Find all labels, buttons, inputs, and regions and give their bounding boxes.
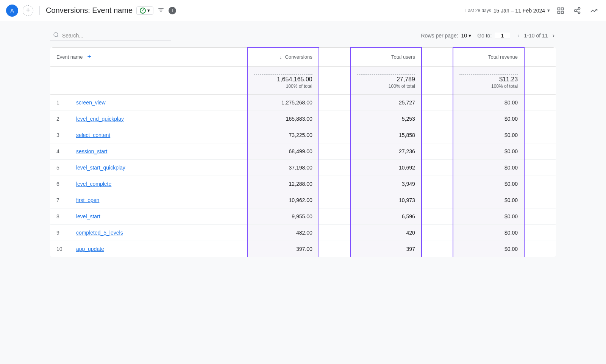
goto-section: Go to: [477, 33, 510, 39]
cell-revenue: $0.00 [453, 241, 524, 257]
cell-conversions: 73,225.00 [248, 127, 319, 143]
event-name-link[interactable]: level_end_quickplay [76, 116, 124, 122]
svg-point-4 [578, 7, 580, 9]
summary-users-pct: 100% of total [357, 84, 415, 89]
rows-per-page-selector[interactable]: 10 ▾ [461, 33, 472, 39]
table-row: 10 app_update 397.00 397 $0.00 [50, 241, 556, 257]
table-row: 7 first_open 10,962.00 10,973 $0.00 [50, 192, 556, 208]
cell-revenue: $0.00 [453, 176, 524, 192]
share-button[interactable] [571, 5, 583, 17]
cell-users: 420 [350, 224, 422, 241]
event-name-link[interactable]: completed_5_levels [76, 230, 123, 236]
svg-point-9 [54, 33, 58, 37]
search-box [50, 30, 171, 41]
rows-per-page-chevron-icon: ▾ [469, 33, 471, 39]
col-event-name-label: Event name [56, 54, 83, 60]
summary-row: 1,654,165.00 100% of total 27,789 100% o… [50, 66, 556, 94]
col-header-event-name: Event name + [56, 53, 210, 61]
cell-conversions: 9,955.00 [248, 208, 319, 224]
summary-conversions-total: 1,654,165.00 [254, 76, 312, 83]
filter-icon[interactable] [157, 7, 165, 14]
row-number: 5 [56, 165, 66, 171]
cell-users: 3,949 [350, 176, 422, 192]
add-button[interactable]: + [23, 5, 33, 16]
add-column-button[interactable]: + [84, 53, 91, 61]
divider [39, 6, 40, 15]
row-number: 10 [56, 246, 66, 252]
cell-conversions: 165,883.00 [248, 110, 319, 127]
event-name-link[interactable]: select_content [76, 132, 110, 138]
table-row: 9 completed_5_levels 482.00 420 $0.00 [50, 224, 556, 241]
date-range-selector[interactable]: Last 28 days 15 Jan – 11 Feb 2024 ▾ [465, 8, 550, 14]
cell-users: 15,858 [350, 127, 422, 143]
cell-revenue: $0.00 [453, 208, 524, 224]
pagination-controls: Rows per page: 10 ▾ Go to: ‹ 1-10 of 11 … [421, 31, 556, 40]
cell-revenue: $0.00 [453, 110, 524, 127]
summary-revenue-total: $11.23 [459, 76, 518, 83]
svg-rect-1 [561, 8, 564, 10]
row-number: 6 [56, 181, 66, 187]
cell-revenue: $0.00 [453, 143, 524, 159]
cell-users: 10,692 [350, 159, 422, 176]
event-name-link[interactable]: session_start [76, 148, 107, 154]
table-row: 8 level_start 9,955.00 6,596 $0.00 [50, 208, 556, 224]
table-row: 5 level_start_quickplay 37,198.00 10,692… [50, 159, 556, 176]
goto-input[interactable] [495, 33, 510, 39]
event-name-link[interactable]: level_complete [76, 181, 111, 187]
rows-per-page-value: 10 [461, 33, 467, 39]
top-bar: A + Conversions: Event name ▾ I Last 28 … [0, 0, 606, 21]
avatar[interactable]: A [6, 5, 18, 17]
top-bar-right: Last 28 days 15 Jan – 11 Feb 2024 ▾ [465, 5, 600, 17]
info-badge[interactable]: I [169, 7, 176, 14]
date-range-label: Last 28 days [465, 8, 491, 13]
rows-per-page-section: Rows per page: 10 ▾ [421, 33, 472, 39]
trend-button[interactable] [588, 5, 600, 17]
row-number: 8 [56, 213, 66, 219]
search-icon [53, 32, 59, 39]
svg-point-6 [578, 12, 580, 14]
col-conversions-label[interactable]: Conversions [285, 54, 312, 60]
next-page-button[interactable]: › [551, 31, 556, 40]
page-info: ‹ 1-10 of 11 › [516, 31, 556, 40]
cell-users: 5,253 [350, 110, 422, 127]
summary-users: 27,789 100% of total [350, 66, 422, 94]
sort-down-icon: ↓ [280, 54, 282, 60]
event-name-link[interactable]: screen_view [76, 100, 106, 106]
data-table: Event name + ↓ Conversions Total users [50, 47, 556, 257]
summary-revenue-pct: 100% of total [459, 84, 518, 89]
title-text: Conversions: Event name [46, 6, 133, 15]
main-content: Rows per page: 10 ▾ Go to: ‹ 1-10 of 11 … [38, 21, 568, 266]
table-row: 6 level_complete 12,288.00 3,949 $0.00 [50, 176, 556, 192]
cell-conversions: 482.00 [248, 224, 319, 241]
chart-button[interactable] [554, 5, 567, 17]
svg-point-5 [575, 9, 576, 11]
cell-conversions: 1,275,268.00 [248, 94, 319, 110]
svg-line-7 [576, 11, 578, 12]
cell-conversions: 37,198.00 [248, 159, 319, 176]
col-header-total-revenue: Total revenue [453, 47, 524, 66]
page-info-text: 1-10 of 11 [524, 33, 548, 39]
search-input[interactable] [62, 33, 161, 39]
status-badge[interactable]: ▾ [136, 6, 153, 15]
prev-page-button[interactable]: ‹ [516, 31, 521, 40]
event-name-link[interactable]: app_update [76, 246, 104, 252]
svg-line-8 [576, 9, 578, 10]
cell-users: 6,596 [350, 208, 422, 224]
event-name-link[interactable]: level_start [76, 213, 100, 219]
cell-users: 25,727 [350, 94, 422, 110]
svg-line-10 [57, 36, 58, 37]
row-number: 9 [56, 230, 66, 236]
row-number: 7 [56, 197, 66, 203]
row-number: 2 [56, 116, 66, 122]
event-name-link[interactable]: first_open [76, 197, 99, 203]
cell-users: 397 [350, 241, 422, 257]
cell-conversions: 68,499.00 [248, 143, 319, 159]
col-total-revenue-label[interactable]: Total revenue [488, 54, 518, 60]
cell-revenue: $0.00 [453, 127, 524, 143]
col-total-users-label[interactable]: Total users [391, 54, 415, 60]
event-name-link[interactable]: level_start_quickplay [76, 165, 125, 171]
cell-conversions: 12,288.00 [248, 176, 319, 192]
cell-users: 27,236 [350, 143, 422, 159]
table-row: 1 screen_view 1,275,268.00 25,727 $0.00 [50, 94, 556, 110]
summary-revenue: $11.23 100% of total [453, 66, 524, 94]
